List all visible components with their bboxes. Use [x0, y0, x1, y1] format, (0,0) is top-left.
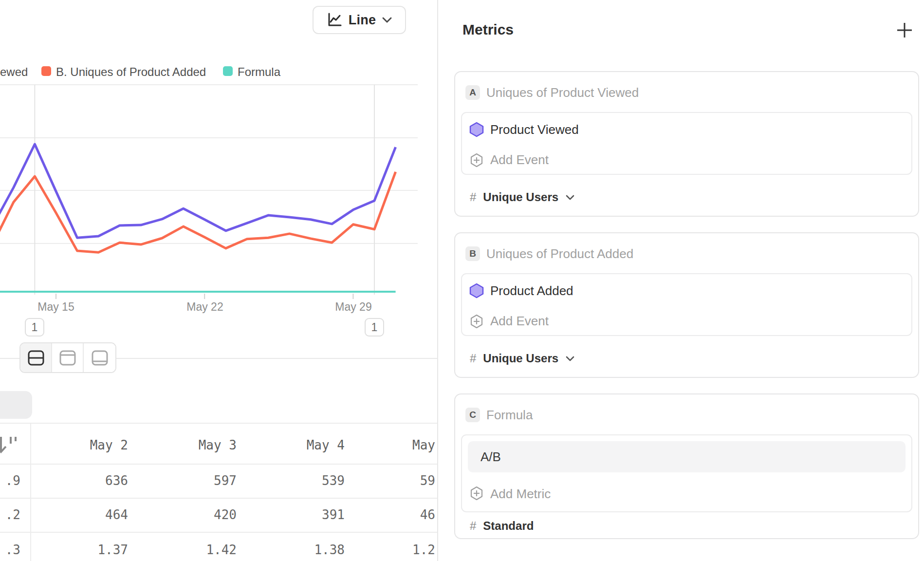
- table-header-may5[interactable]: May: [362, 438, 435, 452]
- table-row-label: .3: [0, 542, 20, 557]
- layout-split-rows-button[interactable]: [20, 343, 52, 372]
- add-metric-icon[interactable]: [470, 486, 483, 501]
- table-header-may2[interactable]: May 2: [55, 438, 128, 452]
- metrics-panel-title: Metrics: [462, 21, 514, 38]
- series-line-b: [0, 172, 396, 252]
- event-name[interactable]: Product Added: [490, 283, 573, 299]
- legend-item-c-label[interactable]: Formula: [238, 65, 280, 79]
- metric-card-title: Uniques of Product Viewed: [486, 85, 639, 100]
- layout-toggle: [19, 342, 116, 373]
- measure-label: Standard: [483, 519, 534, 533]
- hash-icon: #: [470, 190, 476, 204]
- event-hexagon-icon: [469, 122, 484, 137]
- split-rows-icon: [27, 350, 45, 366]
- chevron-down-icon: [565, 355, 575, 362]
- sort-descending-icon[interactable]: [0, 435, 19, 455]
- event-hexagon-icon: [469, 283, 484, 299]
- x-axis-label-may22: May 22: [176, 300, 234, 314]
- formula-group: A/B Add Metric: [461, 434, 912, 512]
- hash-icon: #: [470, 519, 476, 533]
- panel-bottom-icon: [91, 350, 109, 366]
- line-chart-icon: [326, 12, 343, 28]
- legend-item-a-label[interactable]: ewed: [0, 65, 27, 79]
- table-row-separator: [0, 464, 437, 465]
- chevron-down-icon: [565, 194, 575, 201]
- table-frozen-column-divider: [30, 423, 31, 561]
- legend-swatch-c: [223, 66, 233, 76]
- event-group: Product Viewed Add Event: [461, 112, 912, 175]
- analytics-screen: Line ewed B. Uniques of Product Added Fo…: [0, 0, 924, 561]
- measure-selector[interactable]: # Unique Users: [470, 351, 575, 366]
- metric-card-b: B Uniques of Product Added Product Added…: [454, 232, 919, 378]
- table-header-may3[interactable]: May 3: [164, 438, 237, 452]
- table-border-top: [0, 423, 437, 424]
- measure-selector[interactable]: # Standard: [470, 518, 534, 534]
- annotation-badge-2[interactable]: 1: [365, 318, 384, 337]
- table-header-may4[interactable]: May 4: [272, 438, 345, 452]
- table-cell: 1.37: [55, 542, 128, 557]
- metric-card-c: C Formula A/B Add Metric # Standard: [454, 393, 919, 539]
- add-event-label[interactable]: Add Event: [490, 313, 549, 329]
- layout-panel-bottom-button[interactable]: [84, 343, 115, 372]
- series-line-a: [0, 144, 396, 238]
- table-cell: 420: [164, 507, 237, 522]
- hash-icon: #: [470, 352, 476, 365]
- chevron-down-icon: [382, 17, 392, 23]
- panel-top-icon: [59, 350, 76, 366]
- event-group: Product Added Add Event: [461, 273, 912, 336]
- add-metric-plus-icon[interactable]: [896, 21, 913, 39]
- table-row-label: .2: [0, 507, 20, 522]
- x-axis-label-may29: May 29: [324, 300, 383, 314]
- chart-type-label: Line: [349, 13, 376, 28]
- panel-divider: [437, 0, 438, 561]
- metric-card-title: Uniques of Product Added: [486, 246, 633, 261]
- table-corner-tab[interactable]: [0, 391, 32, 419]
- chart-legend: ewed B. Uniques of Product Added Formula: [0, 65, 437, 78]
- table-cell: 59: [362, 473, 435, 488]
- metric-letter-badge: A: [465, 85, 480, 100]
- table-cell: 597: [164, 473, 237, 488]
- table-cell: 1.42: [164, 542, 237, 557]
- metric-card-title: Formula: [486, 408, 533, 422]
- table-cell: 391: [272, 507, 345, 522]
- add-metric-label[interactable]: Add Metric: [490, 486, 551, 502]
- measure-label: Unique Users: [483, 190, 558, 204]
- legend-swatch-b: [41, 66, 51, 76]
- table-row-label: .9: [0, 473, 20, 488]
- legend-item-b-label[interactable]: B. Uniques of Product Added: [56, 65, 206, 79]
- table-cell: 464: [55, 507, 128, 522]
- annotation-badge-1[interactable]: 1: [25, 318, 44, 337]
- table-cell: 1.38: [272, 542, 345, 557]
- measure-selector[interactable]: # Unique Users: [470, 189, 575, 205]
- chart-type-button[interactable]: Line: [313, 6, 406, 34]
- layout-panel-top-button[interactable]: [52, 343, 84, 372]
- add-event-label[interactable]: Add Event: [490, 152, 549, 168]
- metric-letter-badge: C: [465, 408, 480, 422]
- table-row-separator: [0, 498, 437, 499]
- formula-input[interactable]: A/B: [468, 441, 906, 472]
- measure-label: Unique Users: [483, 352, 558, 365]
- add-event-icon[interactable]: [470, 314, 483, 329]
- event-name[interactable]: Product Viewed: [490, 122, 579, 137]
- table-cell: 46: [362, 507, 435, 522]
- metric-letter-badge: B: [465, 246, 480, 261]
- table-cell: 1.2: [362, 542, 435, 557]
- x-axis-label-may15: May 15: [27, 300, 85, 314]
- metric-card-a: A Uniques of Product Viewed Product View…: [454, 71, 919, 217]
- add-event-icon[interactable]: [470, 153, 483, 168]
- table-row-separator: [0, 532, 437, 533]
- table-cell: 539: [272, 473, 345, 488]
- table-cell: 636: [55, 473, 128, 488]
